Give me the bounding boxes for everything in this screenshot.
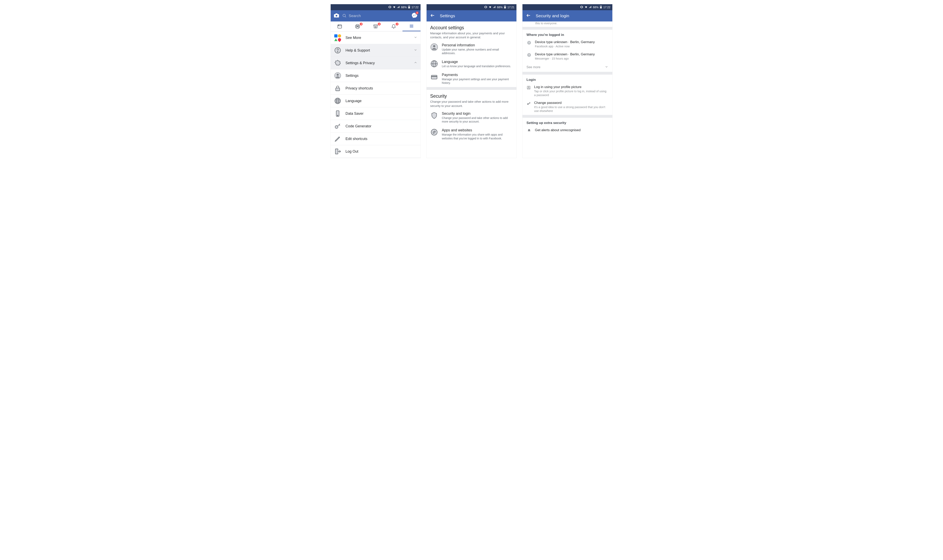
item-desc: It's a good idea to use a strong passwor… (534, 105, 608, 113)
camera-icon[interactable] (333, 12, 339, 19)
tab-notifications[interactable]: 2 (385, 22, 403, 31)
svg-point-8 (338, 25, 339, 25)
phone-icon (334, 110, 342, 117)
item-title: Apps and websites (442, 128, 513, 132)
separator (522, 72, 612, 75)
item-language[interactable]: Language Let us know your language and t… (427, 57, 516, 71)
item-payments[interactable]: Payments Manage your payment settings an… (427, 71, 516, 87)
help-icon (334, 46, 342, 54)
item-get-alerts[interactable]: Get alerts about unrecognised (522, 126, 612, 135)
battery-icon (504, 5, 506, 9)
see-more-row[interactable]: See more (522, 63, 612, 72)
item-apps-websites[interactable]: Apps and websites Manage the information… (427, 126, 516, 142)
key-icon (334, 122, 342, 130)
item-title: Payments (442, 73, 513, 77)
status-bar: 68% 17:21 (427, 4, 516, 10)
svg-point-26 (337, 115, 338, 116)
svg-point-27 (335, 126, 338, 128)
logout-icon (334, 148, 342, 155)
group-extra-security: Setting up extra security (522, 118, 612, 126)
svg-point-3 (336, 15, 337, 17)
svg-line-5 (345, 17, 346, 17)
battery-pct: 68% (593, 6, 598, 9)
back-button[interactable] (430, 13, 435, 19)
item-security-login[interactable]: Security and login Change your password … (427, 109, 516, 126)
battery-pct: 68% (497, 6, 502, 9)
gear-icon (334, 59, 342, 67)
clock: 17:21 (507, 6, 515, 9)
menu-code-generator[interactable]: Code Generator (331, 120, 421, 132)
svg-text:?: ? (528, 53, 530, 56)
menu-language[interactable]: Language (331, 95, 421, 107)
menu-log-out[interactable]: Log Out (331, 145, 421, 158)
messenger-button[interactable]: 2 (411, 12, 418, 20)
svg-point-9 (356, 24, 360, 28)
security-body: this to everyone. Where you're logged in… (522, 22, 612, 158)
search-field[interactable]: Search (342, 14, 408, 18)
item-desc: Manage your payment settings and see you… (442, 77, 513, 85)
separator (522, 27, 612, 30)
battery-icon (408, 5, 410, 9)
security-header: Security and login (522, 10, 612, 22)
battery-pct: 68% (401, 6, 407, 9)
svg-rect-38 (431, 75, 437, 79)
svg-point-4 (343, 14, 345, 17)
status-bar: 68% 17:22 (522, 4, 612, 10)
menu-settings-privacy[interactable]: Settings & Privacy (331, 57, 421, 69)
settings-body: Account settings Manage information abou… (427, 22, 516, 158)
see-more-label: See more (527, 65, 540, 69)
item-desc: Let us know your language and translatio… (442, 65, 511, 68)
block-desc: Manage information about you, your payme… (430, 31, 513, 40)
security-block: Security Change your password and take o… (427, 90, 516, 109)
menu-help-support[interactable]: Help & Support (331, 44, 421, 57)
session-row[interactable]: ? Device type unknown · Berlin, Germany … (522, 50, 612, 63)
person-icon (334, 72, 342, 79)
svg-point-34 (433, 45, 435, 47)
item-login-profile-pic[interactable]: Log in using your profile picture Tap or… (522, 83, 612, 99)
tab-menu[interactable] (402, 22, 421, 31)
menu-label: Settings (345, 74, 359, 78)
phone-settings: 68% 17:21 Settings Account settings Mana… (426, 4, 517, 158)
tab-marketplace[interactable]: 4 (367, 22, 385, 31)
friends-badge: 3 (359, 22, 363, 26)
menu-data-saver[interactable]: Data Saver (331, 107, 421, 120)
card-icon (430, 73, 438, 81)
notif-badge: 2 (395, 22, 399, 26)
menu-label: Privacy shortcuts (345, 86, 373, 91)
signal-icon (397, 6, 400, 9)
tab-friends[interactable]: 3 (349, 22, 367, 31)
see-more-icon (334, 34, 342, 42)
svg-rect-2 (408, 6, 410, 8)
item-change-password[interactable]: Change password It's a good idea to use … (522, 99, 612, 115)
block-desc: Change your password and take other acti… (430, 100, 513, 108)
globe-icon (430, 60, 438, 68)
truncated-text: this to everyone. (522, 22, 612, 27)
svg-rect-21 (336, 88, 340, 91)
item-title: Get alerts about unrecognised (535, 128, 581, 132)
menu-settings[interactable]: Settings (331, 69, 421, 82)
session-title: Device type unknown · Berlin, Germany (535, 52, 595, 56)
back-button[interactable] (526, 13, 531, 19)
menu-edit-shortcuts[interactable]: Edit shortcuts (331, 132, 421, 145)
block-title: Security (430, 94, 513, 99)
wifi-icon (393, 5, 396, 9)
profile-icon (527, 85, 531, 97)
wifi-icon (488, 5, 492, 9)
tab-newsfeed[interactable] (331, 22, 349, 31)
phone-security-login: 68% 17:22 Security and login this to eve… (522, 4, 613, 158)
svg-point-17 (337, 52, 338, 52)
tab-strip: 3 4 2 (331, 22, 421, 31)
item-personal-info[interactable]: Personal information Update your name, p… (427, 41, 516, 57)
lock-icon (334, 85, 342, 92)
phone-menu: 68% 17:22 Search 2 3 4 2 (330, 4, 421, 158)
session-row[interactable]: ? Device type unknown · Berlin, Germany … (522, 38, 612, 50)
menu-privacy-shortcuts[interactable]: Privacy shortcuts (331, 82, 421, 95)
settings-header: Settings (427, 10, 516, 22)
menu-list: See More Help & Support Settings & Priva… (331, 31, 421, 158)
clock: 17:22 (603, 6, 610, 9)
battery-icon (600, 5, 602, 9)
search-placeholder: Search (349, 14, 361, 18)
menu-see-more[interactable]: See More (331, 31, 421, 44)
shield-icon (430, 112, 438, 120)
separator (427, 87, 516, 90)
